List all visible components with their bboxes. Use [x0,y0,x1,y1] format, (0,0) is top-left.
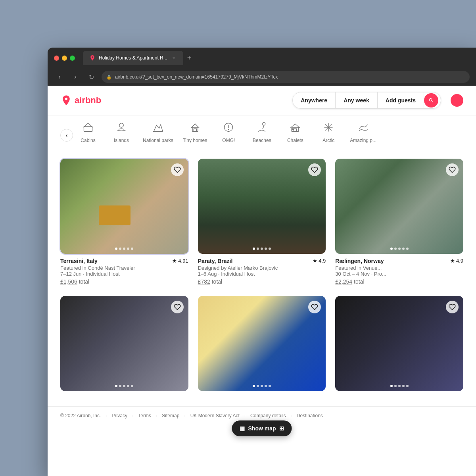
category-item-omg[interactable]: OMG! [217,122,240,149]
category-item-chalets[interactable]: Chalets [283,122,307,149]
wishlist-button-bottom2[interactable] [308,301,321,313]
lock-icon: 🔒 [106,75,112,80]
search-bar: Anywhere Any week Add guests [292,92,441,109]
maximize-traffic-light[interactable] [70,56,75,61]
footer-item[interactable]: Company details [250,413,286,418]
svg-rect-9 [294,129,297,132]
map-icon: ▦ [240,425,245,432]
footer-separator: · [184,413,185,418]
new-tab-btn[interactable]: + [183,54,196,62]
categories-list: CabinsIslandsNational parksTiny homesOMG… [76,122,463,149]
listing-card-bottom1[interactable] [60,296,188,397]
category-item-national-parks[interactable]: National parks [143,122,173,149]
listing-rating-terrasini: ★ 4.91 [172,258,188,264]
address-bar[interactable]: 🔒 airbnb.co.uk/?_set_bev_on_new_domain=1… [102,71,470,83]
show-map-button[interactable]: ▦ Show map ⊞ [232,420,292,436]
wishlist-button-paraty[interactable] [308,163,321,176]
star-icon: ★ [313,258,317,264]
listing-card-bottom2[interactable] [198,296,326,397]
footer-separator: · [106,413,107,418]
minimize-traffic-light[interactable] [62,56,67,61]
category-item-beaches[interactable]: Beaches [250,122,274,149]
active-tab[interactable]: Holiday Homes & Apartment R... × [83,51,183,65]
category-label-cabins: Cabins [81,138,95,143]
listing-info-bottom2 [198,391,326,397]
listing-subtitle-raelingen: Featured in Venue... [335,265,463,271]
category-label-omg: OMG! [222,138,235,143]
url-text: airbnb.co.uk/?_set_bev_on_new_domain=165… [115,74,278,80]
listing-dates-terrasini: 7–12 Jun · Individual Host [60,271,188,277]
svg-point-6 [228,129,229,130]
listing-image-bottom1 [60,296,188,391]
star-icon: ★ [172,258,177,264]
traffic-lights [54,56,75,61]
category-label-tiny-homes: Tiny homes [183,138,207,143]
svg-rect-3 [192,127,198,132]
any-week-pill[interactable]: Any week [336,92,378,108]
category-item-islands[interactable]: Islands [109,122,133,149]
star-icon: ★ [450,258,455,264]
listing-dates-raelingen: 30 Oct – 4 Nov · Pro... [335,271,463,277]
forward-button[interactable]: › [70,71,81,83]
listing-price-terrasini: £1,506 total [60,278,188,285]
listing-card-raelingen[interactable]: Rælingen, Norway ★ 4.9 Featured in Venue… [335,159,463,286]
footer-item[interactable]: UK Modern Slavery Act [190,413,240,418]
refresh-button[interactable]: ↻ [86,71,97,83]
svg-rect-0 [84,127,92,131]
listing-card-terrasini[interactable]: Terrasini, Italy ★ 4.91 Featured in Cond… [60,159,188,286]
svg-point-1 [119,123,124,128]
listing-subtitle-paraty: Designed by Atelier Marko Brajovic [198,265,326,271]
page-content: airbnb Anywhere Any week Add guests ‹ Ca… [48,86,476,476]
footer-item[interactable]: Privacy [112,413,127,418]
category-label-national-parks: National parks [143,138,173,143]
wishlist-button-bottom1[interactable] [171,301,184,313]
back-button[interactable]: ‹ [54,71,65,83]
footer-item[interactable]: Terms [138,413,151,418]
browser-toolbar: ‹ › ↻ 🔒 airbnb.co.uk/?_set_bev_on_new_do… [48,68,476,86]
anywhere-pill[interactable]: Anywhere [293,92,336,108]
footer-item[interactable]: Sitemap [162,413,179,418]
cabins-icon [83,122,94,135]
listing-info-terrasini: Terrasini, Italy ★ 4.91 Featured in Cond… [60,254,188,286]
footer-separator: · [290,413,292,418]
listing-rating-raelingen: ★ 4.9 [450,258,463,264]
listing-image-terrasini [60,159,188,254]
wishlist-button-terrasini[interactable] [171,163,184,176]
avatar[interactable] [451,94,463,107]
listing-image-paraty [198,159,326,254]
wishlist-button-raelingen[interactable] [446,163,459,176]
listing-info-raelingen: Rælingen, Norway ★ 4.9 Featured in Venue… [335,254,463,286]
close-traffic-light[interactable] [54,56,59,61]
svg-rect-4 [194,129,196,132]
listing-price-raelingen: £2,254 total [335,278,463,285]
listing-title-terrasini: Terrasini, Italy [60,258,98,264]
listing-info-paraty: Paraty, Brazil ★ 4.9 Designed by Atelier… [198,254,326,286]
listing-subtitle-terrasini: Featured in Condé Nast Traveler [60,265,188,271]
tab-close-btn[interactable]: × [171,55,177,61]
national-parks-icon [152,122,163,135]
listing-image-bottom2 [198,296,326,391]
tiny-homes-icon [190,122,201,135]
category-item-tiny-homes[interactable]: Tiny homes [183,122,207,149]
listing-info-bottom1 [60,391,188,397]
category-label-chalets: Chalets [287,138,303,143]
listing-card-paraty[interactable]: Paraty, Brazil ★ 4.9 Designed by Atelier… [198,159,326,286]
category-item-cabins[interactable]: Cabins [76,122,100,149]
listings-grid: Terrasini, Italy ★ 4.91 Featured in Cond… [48,149,476,406]
listing-image-raelingen [335,159,463,254]
listing-title-paraty: Paraty, Brazil [198,258,233,264]
wishlist-button-bottom3[interactable] [446,301,459,313]
listing-image-bottom3 [335,296,463,391]
footer-item: © 2022 Airbnb, Inc. [60,413,101,418]
listing-card-bottom3[interactable] [335,296,463,397]
search-button[interactable] [424,93,438,107]
footer-item[interactable]: Destinations [297,413,323,418]
dot-indicators [115,248,133,250]
category-item-amazing[interactable]: Amazing p... [350,122,376,149]
islands-icon [116,122,127,135]
category-prev-button[interactable]: ‹ [60,129,73,142]
category-item-arctic[interactable]: Arctic [317,122,340,149]
add-guests-pill[interactable]: Add guests [378,92,424,108]
footer-separator: · [156,413,157,418]
logo[interactable]: airbnb [60,94,101,106]
